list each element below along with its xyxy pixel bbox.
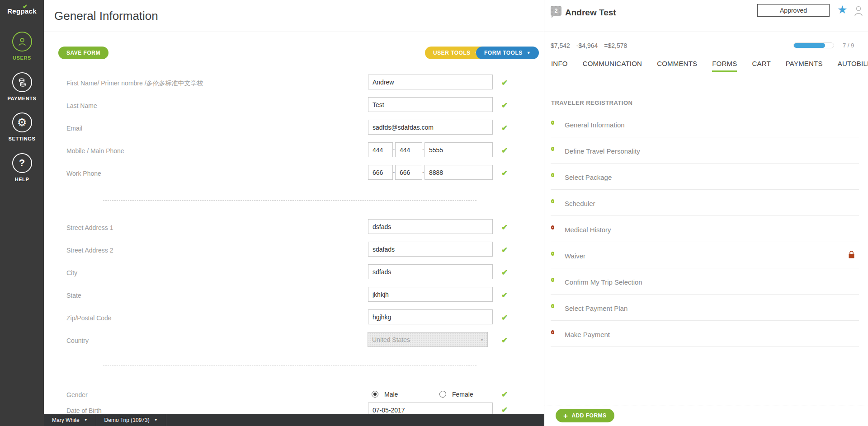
work-phone-prefix-field[interactable] xyxy=(395,165,422,180)
country-select[interactable]: United States ▼ xyxy=(368,332,488,347)
comment-count-badge[interactable]: 2 xyxy=(551,6,561,16)
street1-field[interactable] xyxy=(368,219,493,234)
logo-check-icon: ✔ xyxy=(23,3,28,10)
add-forms-button[interactable]: + ADD FORMS xyxy=(556,409,614,422)
tab-autobill[interactable]: AUTOBILL xyxy=(838,60,868,72)
tab-forms[interactable]: FORMS xyxy=(712,60,737,72)
finance-balance: =$2,578 xyxy=(604,42,627,49)
form-item-label: Scheduler xyxy=(565,200,595,207)
sidebar-label-help: HELP xyxy=(0,177,44,182)
state-field[interactable] xyxy=(368,287,493,302)
sidebar-item-help[interactable]: ? HELP xyxy=(0,153,44,182)
valid-check-icon: ✔ xyxy=(501,223,508,232)
tab-cart[interactable]: CART xyxy=(752,60,770,72)
bottom-bar: Mary White ▼ Demo Trip (10973) ▼ xyxy=(44,414,544,426)
admin-user-dropdown[interactable]: Mary White ▼ xyxy=(44,414,96,426)
form-row-mobile-phone: Mobile / Main Phone - - ✔ xyxy=(44,141,544,164)
project-name: Demo Trip (10973) xyxy=(104,417,150,423)
form-tools-label: FORM TOOLS xyxy=(484,50,523,56)
section-divider xyxy=(44,354,544,389)
add-forms-label: ADD FORMS xyxy=(571,412,606,419)
regpack-logo: ✔ Regpack xyxy=(0,7,44,15)
street2-label: Street Address 2 xyxy=(66,247,113,254)
sidebar-item-payments[interactable]: PAYMENTS xyxy=(0,72,44,101)
logo-text: Regpack xyxy=(7,7,37,15)
form-item-define-travel-personality[interactable]: Define Travel Personality xyxy=(551,137,859,164)
city-field[interactable] xyxy=(368,264,493,279)
sidebar-label-settings: SETTINGS xyxy=(0,136,44,141)
form-item-label: Select Package xyxy=(565,173,612,181)
plus-icon: + xyxy=(563,412,568,420)
coins-icon xyxy=(12,72,32,92)
form-item-make-payment[interactable]: Make Payment xyxy=(551,321,859,347)
form-tools-button[interactable]: FORM TOOLS ▼ xyxy=(476,47,539,59)
admin-user-name: Mary White xyxy=(52,417,80,423)
country-label: Country xyxy=(66,337,89,344)
forms-progress-fill xyxy=(794,43,825,48)
form-row-street1: Street Address 1 ✔ xyxy=(44,218,544,241)
mobile-phone-line-field[interactable] xyxy=(425,142,493,157)
user-name: Andrew Test xyxy=(565,8,616,18)
valid-check-icon: ✔ xyxy=(501,146,508,155)
status-dropdown[interactable]: Approved xyxy=(757,4,830,17)
question-icon: ? xyxy=(12,153,32,173)
chevron-down-icon: ▼ xyxy=(154,418,158,422)
dob-label: Date of Birth xyxy=(66,407,102,414)
save-form-label: SAVE FORM xyxy=(66,50,100,56)
work-phone-line-field[interactable] xyxy=(425,165,493,180)
city-label: City xyxy=(66,269,77,276)
valid-check-icon: ✔ xyxy=(501,78,508,88)
form-item-general-information[interactable]: General Information xyxy=(551,111,859,137)
mobile-phone-label: Mobile / Main Phone xyxy=(66,147,124,154)
form-item-confirm-my-trip-selection[interactable]: Confirm My Trip Selection xyxy=(551,268,859,295)
email-field[interactable] xyxy=(368,120,493,135)
last-name-label: Last Name xyxy=(66,102,97,109)
tab-info[interactable]: INFO xyxy=(551,60,568,72)
star-icon[interactable]: ★ xyxy=(837,4,847,15)
first-name-field[interactable] xyxy=(368,75,493,89)
sidebar-item-settings[interactable]: ⚙ SETTINGS xyxy=(0,112,44,141)
work-phone-area-field[interactable] xyxy=(368,165,393,180)
person-icon[interactable] xyxy=(853,5,864,19)
tab-payments[interactable]: PAYMENTS xyxy=(786,60,823,72)
form-item-select-payment-plan[interactable]: Select Payment Plan xyxy=(551,295,859,321)
form-item-waiver[interactable]: Waiver xyxy=(551,242,859,268)
mobile-phone-area-field[interactable] xyxy=(368,142,393,157)
chevron-down-icon: ▼ xyxy=(84,418,88,422)
save-form-button[interactable]: SAVE FORM xyxy=(58,47,108,59)
sidebar: ✔ Regpack USERS PAYMENTS ⚙ SETTINGS ? HE… xyxy=(0,0,44,426)
project-dropdown[interactable]: Demo Trip (10973) ▼ xyxy=(96,414,166,426)
tab-comments[interactable]: COMMENTS xyxy=(657,60,697,72)
form-row-email: Email ✔ xyxy=(44,119,544,141)
tab-communication[interactable]: COMMUNICATION xyxy=(583,60,642,72)
user-panel: 2 Andrew Test Approved ★ $7,542 -$4,964 … xyxy=(544,0,868,426)
user-panel-header: 2 Andrew Test Approved ★ xyxy=(544,0,868,32)
gender-female-radio[interactable] xyxy=(439,391,446,398)
valid-check-icon: ✔ xyxy=(501,101,508,110)
gender-female-label: Female xyxy=(452,391,473,398)
last-name-field[interactable] xyxy=(368,97,493,112)
form-item-medical-history[interactable]: Medical History xyxy=(551,216,859,242)
sidebar-item-users[interactable]: USERS xyxy=(0,32,44,61)
page-title: General Information xyxy=(54,9,158,23)
zip-field[interactable] xyxy=(368,309,493,324)
form-row-city: City ✔ xyxy=(44,263,544,286)
country-value: United States xyxy=(372,336,410,343)
form-item-label: General Information xyxy=(565,121,625,129)
street2-field[interactable] xyxy=(368,242,493,257)
form-item-scheduler[interactable]: Scheduler xyxy=(551,190,859,216)
form-area: First Name/ Primer nombre /多伦多标准中文学校 ✔ L… xyxy=(44,74,544,426)
mobile-phone-prefix-field[interactable] xyxy=(395,142,422,157)
form-header: General Information xyxy=(44,0,544,32)
status-ring-icon xyxy=(551,252,554,256)
form-item-select-package[interactable]: Select Package xyxy=(551,164,859,190)
valid-check-icon: ✔ xyxy=(501,290,508,300)
gender-male-radio[interactable] xyxy=(372,391,378,398)
phone-dash: - xyxy=(393,169,395,175)
phone-dash: - xyxy=(422,169,424,175)
user-circle-icon xyxy=(12,32,32,51)
status-ring-icon xyxy=(551,330,554,334)
form-item-label: Define Travel Personality xyxy=(565,147,640,155)
state-label: State xyxy=(66,292,81,299)
form-item-label: Select Payment Plan xyxy=(565,304,627,312)
